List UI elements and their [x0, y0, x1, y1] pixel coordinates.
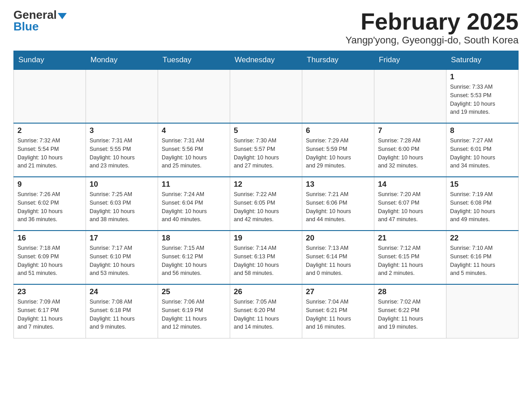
day-cell: 9Sunrise: 7:26 AM Sunset: 6:02 PM Daylig…: [14, 177, 86, 231]
day-cell: [86, 69, 158, 123]
day-info: Sunrise: 7:22 AM Sunset: 6:05 PM Dayligh…: [234, 190, 298, 224]
day-number: 12: [234, 180, 298, 189]
day-number: 15: [450, 180, 515, 189]
day-number: 26: [234, 287, 298, 296]
day-cell: 16Sunrise: 7:18 AM Sunset: 6:09 PM Dayli…: [14, 231, 86, 284]
day-number: 8: [450, 126, 515, 135]
day-cell: [158, 69, 230, 123]
day-number: 25: [162, 287, 226, 296]
day-info: Sunrise: 7:29 AM Sunset: 5:59 PM Dayligh…: [306, 137, 370, 170]
day-info: Sunrise: 7:31 AM Sunset: 5:56 PM Dayligh…: [162, 137, 226, 170]
day-number: 6: [306, 126, 370, 135]
day-info: Sunrise: 7:21 AM Sunset: 6:06 PM Dayligh…: [306, 190, 370, 224]
day-cell: 15Sunrise: 7:19 AM Sunset: 6:08 PM Dayli…: [446, 177, 519, 231]
day-info: Sunrise: 7:14 AM Sunset: 6:13 PM Dayligh…: [234, 244, 298, 278]
header-cell-thursday: Thursday: [302, 51, 374, 70]
day-cell: 18Sunrise: 7:15 AM Sunset: 6:12 PM Dayli…: [158, 231, 230, 284]
day-info: Sunrise: 7:06 AM Sunset: 6:19 PM Dayligh…: [162, 298, 226, 331]
day-cell: 20Sunrise: 7:13 AM Sunset: 6:14 PM Dayli…: [302, 231, 374, 284]
day-info: Sunrise: 7:10 AM Sunset: 6:16 PM Dayligh…: [450, 244, 515, 278]
day-number: 3: [90, 126, 154, 135]
day-cell: 10Sunrise: 7:25 AM Sunset: 6:03 PM Dayli…: [86, 177, 158, 231]
day-cell: 4Sunrise: 7:31 AM Sunset: 5:56 PM Daylig…: [158, 123, 230, 177]
day-cell: 28Sunrise: 7:02 AM Sunset: 6:22 PM Dayli…: [374, 284, 446, 338]
header-cell-monday: Monday: [86, 51, 158, 70]
calendar-subtitle: Yangp'yong, Gyeonggi-do, South Korea: [345, 34, 519, 46]
day-number: 17: [90, 234, 154, 243]
calendar-title: February 2025: [345, 9, 519, 34]
day-info: Sunrise: 7:04 AM Sunset: 6:21 PM Dayligh…: [306, 298, 370, 331]
logo-triangle-icon: [58, 13, 67, 19]
page-header: General Blue February 2025 Yangp'yong, G…: [13, 9, 519, 46]
day-info: Sunrise: 7:31 AM Sunset: 5:55 PM Dayligh…: [90, 137, 154, 170]
day-info: Sunrise: 7:09 AM Sunset: 6:17 PM Dayligh…: [17, 298, 82, 331]
header-cell-saturday: Saturday: [446, 51, 519, 70]
day-info: Sunrise: 7:05 AM Sunset: 6:20 PM Dayligh…: [234, 298, 298, 331]
day-cell: 7Sunrise: 7:28 AM Sunset: 6:00 PM Daylig…: [374, 123, 446, 177]
header-row: SundayMondayTuesdayWednesdayThursdayFrid…: [14, 51, 519, 70]
header-cell-tuesday: Tuesday: [158, 51, 230, 70]
day-info: Sunrise: 7:20 AM Sunset: 6:07 PM Dayligh…: [378, 190, 442, 224]
day-number: 27: [306, 287, 370, 296]
day-cell: [374, 69, 446, 123]
day-number: 4: [162, 126, 226, 135]
logo-blue-line: Blue: [13, 21, 39, 32]
day-info: Sunrise: 7:02 AM Sunset: 6:22 PM Dayligh…: [378, 298, 442, 331]
day-number: 22: [450, 234, 515, 243]
day-number: 23: [17, 287, 82, 296]
day-cell: 23Sunrise: 7:09 AM Sunset: 6:17 PM Dayli…: [14, 284, 86, 338]
header-cell-wednesday: Wednesday: [230, 51, 302, 70]
week-row-3: 16Sunrise: 7:18 AM Sunset: 6:09 PM Dayli…: [14, 231, 519, 284]
day-cell: 6Sunrise: 7:29 AM Sunset: 5:59 PM Daylig…: [302, 123, 374, 177]
day-cell: [14, 69, 86, 123]
day-cell: 19Sunrise: 7:14 AM Sunset: 6:13 PM Dayli…: [230, 231, 302, 284]
day-cell: 26Sunrise: 7:05 AM Sunset: 6:20 PM Dayli…: [230, 284, 302, 338]
day-number: 10: [90, 180, 154, 189]
day-info: Sunrise: 7:18 AM Sunset: 6:09 PM Dayligh…: [17, 244, 82, 278]
logo: General Blue: [13, 9, 67, 32]
day-number: 11: [162, 180, 226, 189]
day-info: Sunrise: 7:33 AM Sunset: 5:53 PM Dayligh…: [450, 83, 515, 116]
day-number: 24: [90, 287, 154, 296]
day-info: Sunrise: 7:30 AM Sunset: 5:57 PM Dayligh…: [234, 137, 298, 170]
day-info: Sunrise: 7:24 AM Sunset: 6:04 PM Dayligh…: [162, 190, 226, 224]
day-cell: 2Sunrise: 7:32 AM Sunset: 5:54 PM Daylig…: [14, 123, 86, 177]
day-info: Sunrise: 7:26 AM Sunset: 6:02 PM Dayligh…: [17, 190, 82, 224]
day-cell: 3Sunrise: 7:31 AM Sunset: 5:55 PM Daylig…: [86, 123, 158, 177]
day-number: 20: [306, 234, 370, 243]
title-block: February 2025 Yangp'yong, Gyeonggi-do, S…: [345, 9, 519, 46]
day-cell: 24Sunrise: 7:08 AM Sunset: 6:18 PM Dayli…: [86, 284, 158, 338]
day-cell: [230, 69, 302, 123]
week-row-4: 23Sunrise: 7:09 AM Sunset: 6:17 PM Dayli…: [14, 284, 519, 338]
day-cell: 11Sunrise: 7:24 AM Sunset: 6:04 PM Dayli…: [158, 177, 230, 231]
logo-blue-text: Blue: [13, 20, 39, 33]
day-cell: 17Sunrise: 7:17 AM Sunset: 6:10 PM Dayli…: [86, 231, 158, 284]
calendar-table: SundayMondayTuesdayWednesdayThursdayFrid…: [13, 51, 519, 338]
day-cell: [446, 284, 519, 338]
day-info: Sunrise: 7:28 AM Sunset: 6:00 PM Dayligh…: [378, 137, 442, 170]
day-info: Sunrise: 7:13 AM Sunset: 6:14 PM Dayligh…: [306, 244, 370, 278]
day-number: 19: [234, 234, 298, 243]
day-cell: 25Sunrise: 7:06 AM Sunset: 6:19 PM Dayli…: [158, 284, 230, 338]
week-row-2: 9Sunrise: 7:26 AM Sunset: 6:02 PM Daylig…: [14, 177, 519, 231]
day-cell: 12Sunrise: 7:22 AM Sunset: 6:05 PM Dayli…: [230, 177, 302, 231]
day-info: Sunrise: 7:19 AM Sunset: 6:08 PM Dayligh…: [450, 190, 515, 224]
day-number: 9: [17, 180, 82, 189]
day-info: Sunrise: 7:12 AM Sunset: 6:15 PM Dayligh…: [378, 244, 442, 278]
day-number: 2: [17, 126, 82, 135]
day-number: 1: [450, 73, 515, 81]
week-row-0: 1Sunrise: 7:33 AM Sunset: 5:53 PM Daylig…: [14, 69, 519, 123]
day-info: Sunrise: 7:15 AM Sunset: 6:12 PM Dayligh…: [162, 244, 226, 278]
day-cell: 22Sunrise: 7:10 AM Sunset: 6:16 PM Dayli…: [446, 231, 519, 284]
day-info: Sunrise: 7:27 AM Sunset: 6:01 PM Dayligh…: [450, 137, 515, 170]
day-info: Sunrise: 7:17 AM Sunset: 6:10 PM Dayligh…: [90, 244, 154, 278]
day-number: 14: [378, 180, 442, 189]
day-cell: 14Sunrise: 7:20 AM Sunset: 6:07 PM Dayli…: [374, 177, 446, 231]
day-cell: [302, 69, 374, 123]
day-number: 13: [306, 180, 370, 189]
header-cell-friday: Friday: [374, 51, 446, 70]
day-info: Sunrise: 7:08 AM Sunset: 6:18 PM Dayligh…: [90, 298, 154, 331]
day-info: Sunrise: 7:32 AM Sunset: 5:54 PM Dayligh…: [17, 137, 82, 170]
day-number: 21: [378, 234, 442, 243]
day-number: 16: [17, 234, 82, 243]
